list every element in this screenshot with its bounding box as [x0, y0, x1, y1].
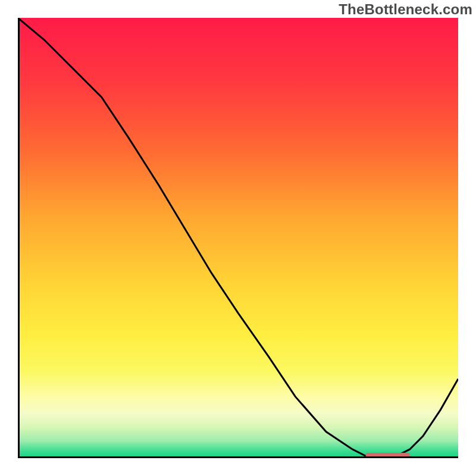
watermark-text: TheBottleneck.com: [339, 1, 472, 18]
plot-area: [18, 18, 458, 458]
gradient-background: [18, 18, 458, 458]
chart-svg: [18, 18, 458, 458]
chart-stage: TheBottleneck.com: [0, 0, 476, 476]
